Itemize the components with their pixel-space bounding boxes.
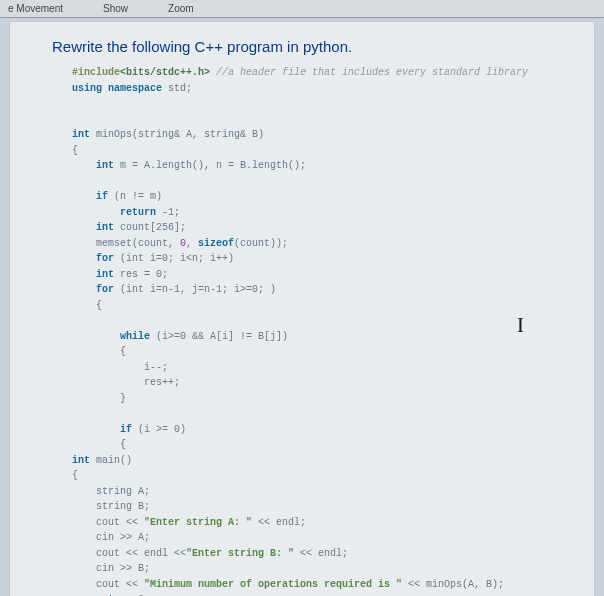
code-comment: //a header file that includes every stan…	[210, 67, 528, 78]
code-text: string B;	[72, 501, 150, 512]
code-text: count[256];	[114, 222, 186, 233]
code-text: #include	[72, 67, 120, 78]
code-text: "Minimum number of operations required i…	[144, 579, 402, 590]
code-text: cout << endl <<	[72, 548, 186, 559]
code-text: i--;	[72, 362, 168, 373]
code-text: (int i=n-1, j=n-1; i>=0; )	[114, 284, 276, 295]
code-text: <bits/stdc++.h>	[120, 67, 210, 78]
code-text: for	[72, 284, 114, 295]
code-text: res++;	[72, 377, 180, 388]
question-heading: Rewrite the following C++ program in pyt…	[52, 38, 580, 55]
code-text: string A;	[72, 486, 150, 497]
code-text: std;	[162, 83, 192, 94]
toolbar-label-mid: Show	[103, 3, 128, 14]
code-text: while	[72, 331, 150, 342]
toolbar-label-left: e Movement	[8, 3, 63, 14]
code-text: using namespace	[72, 83, 162, 94]
code-text: {	[72, 470, 78, 481]
code-text: main()	[90, 455, 132, 466]
code-text: cin >> A;	[72, 532, 150, 543]
code-text: (i>=0 && A[i] != B[j])	[150, 331, 288, 342]
code-text: if	[72, 191, 108, 202]
code-text: -1;	[156, 207, 180, 218]
code-text: "Enter string A: "	[144, 517, 252, 528]
code-text: }	[72, 393, 126, 404]
text-cursor-icon: I	[517, 312, 524, 338]
code-text: int	[72, 129, 90, 140]
toolbar-label-right: Zoom	[168, 3, 194, 14]
code-text: memset(count,	[72, 238, 180, 249]
code-text: cout <<	[72, 579, 144, 590]
code-text: {	[72, 346, 126, 357]
code-text: "Enter string B: "	[186, 548, 294, 559]
code-text: {	[72, 439, 126, 450]
code-text: << minOps(A, B);	[402, 579, 504, 590]
code-text: res = 0;	[114, 269, 168, 280]
code-text: for	[72, 253, 114, 264]
code-text: int	[72, 222, 114, 233]
code-text: cout <<	[72, 517, 144, 528]
code-text: << endl;	[294, 548, 348, 559]
code-text: (int i=0; i<n; i++)	[114, 253, 234, 264]
window-toolbar: e Movement Show Zoom	[0, 0, 604, 18]
code-text: int	[72, 269, 114, 280]
code-text: if	[72, 424, 132, 435]
code-text: minOps(string& A, string& B)	[90, 129, 264, 140]
code-text: (n != m)	[108, 191, 162, 202]
code-text: m = A.length(), n = B.length();	[114, 160, 306, 171]
code-block: #include<bits/stdc++.h> //a header file …	[72, 65, 580, 596]
code-text: {	[72, 300, 102, 311]
code-text: << endl;	[252, 517, 306, 528]
code-text: (count));	[234, 238, 288, 249]
code-text: (i >= 0)	[132, 424, 186, 435]
code-text: int	[72, 160, 114, 171]
code-text: cin >> B;	[72, 563, 150, 574]
code-text: return	[72, 207, 156, 218]
code-text: int	[72, 455, 90, 466]
code-text: {	[72, 145, 78, 156]
document-page: Rewrite the following C++ program in pyt…	[10, 22, 594, 596]
code-text: ,	[186, 238, 198, 249]
code-text: sizeof	[198, 238, 234, 249]
